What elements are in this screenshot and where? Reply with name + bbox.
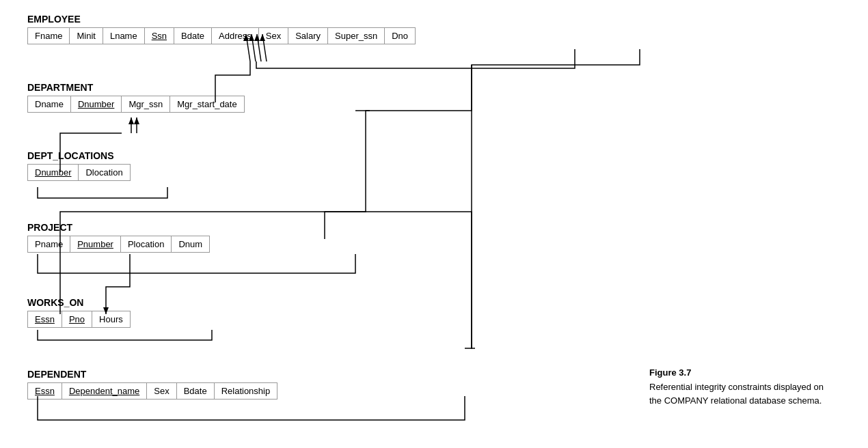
employee-table: Fname Minit Lname Ssn Bdate Address Sex … — [27, 27, 416, 44]
col-sex: Sex — [259, 28, 288, 44]
col-mgr-ssn: Mgr_ssn — [122, 96, 170, 112]
col-essn: Essn — [28, 311, 62, 327]
col-relationship: Relationship — [215, 383, 277, 399]
col-ssn: Ssn — [145, 28, 174, 44]
col-lname: Lname — [103, 28, 145, 44]
col-pno: Pno — [62, 311, 92, 327]
col-dl-dnumber: Dnumber — [28, 165, 79, 180]
col-bdate: Bdate — [174, 28, 212, 44]
col-dlocation: Dlocation — [79, 165, 129, 180]
col-salary: Salary — [288, 28, 328, 44]
col-dno: Dno — [385, 28, 415, 44]
project-table: Pname Pnumber Plocation Dnum — [27, 236, 210, 253]
figure-description: Referential integrity constraints displa… — [649, 380, 827, 407]
col-dep-bdate: Bdate — [177, 383, 215, 399]
dept-locations-table: Dnumber Dlocation — [27, 164, 131, 181]
dependent-section: DEPENDENT Essn Dependent_name Sex Bdate … — [27, 369, 277, 400]
works-on-section: WORKS_ON Essn Pno Hours — [27, 297, 131, 328]
col-hours: Hours — [92, 311, 130, 327]
department-label: DEPARTMENT — [27, 82, 245, 93]
project-section: PROJECT Pname Pnumber Plocation Dnum — [27, 222, 210, 253]
project-label: PROJECT — [27, 222, 210, 233]
svg-marker-12 — [128, 117, 134, 124]
employee-label: EMPLOYEE — [27, 14, 416, 25]
col-dep-essn: Essn — [28, 383, 62, 399]
col-dnumber: Dnumber — [71, 96, 122, 112]
employee-section: EMPLOYEE Fname Minit Lname Ssn Bdate Add… — [27, 14, 416, 44]
department-section: DEPARTMENT Dname Dnumber Mgr_ssn Mgr_sta… — [27, 82, 245, 113]
col-address: Address — [212, 28, 259, 44]
dept-locations-section: DEPT_LOCATIONS Dnumber Dlocation — [27, 150, 131, 181]
dependent-label: DEPENDENT — [27, 369, 277, 380]
col-super-ssn: Super_ssn — [328, 28, 385, 44]
col-mgr-start-date: Mgr_start_date — [170, 96, 243, 112]
col-plocation: Plocation — [121, 236, 172, 252]
col-dnum: Dnum — [172, 236, 209, 252]
col-dep-sex: Sex — [147, 383, 176, 399]
figure-caption: Figure 3.7 Referential integrity constra… — [649, 367, 827, 407]
figure-title: Figure 3.7 — [649, 367, 827, 378]
col-dependent-name: Dependent_name — [62, 383, 147, 399]
col-minit: Minit — [70, 28, 103, 44]
works-on-table: Essn Pno Hours — [27, 311, 131, 328]
works-on-label: WORKS_ON — [27, 297, 131, 308]
col-pname: Pname — [28, 236, 70, 252]
department-table: Dname Dnumber Mgr_ssn Mgr_start_date — [27, 96, 245, 113]
svg-marker-13 — [134, 117, 139, 124]
col-fname: Fname — [28, 28, 70, 44]
dependent-table: Essn Dependent_name Sex Bdate Relationsh… — [27, 382, 277, 400]
dept-locations-label: DEPT_LOCATIONS — [27, 150, 131, 161]
col-pnumber: Pnumber — [70, 236, 121, 252]
col-dname: Dname — [28, 96, 71, 112]
